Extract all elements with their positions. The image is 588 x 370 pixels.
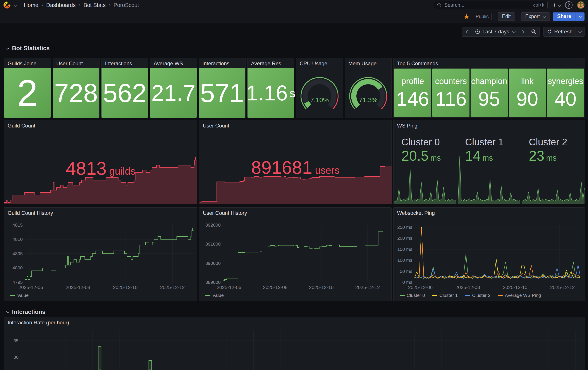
- stat-value-area: 728: [53, 68, 99, 118]
- panel-title[interactable]: Websocket Ping: [394, 208, 585, 219]
- zoom-out-button[interactable]: [528, 27, 539, 36]
- ws-ping-panel: WS Ping Cluster 0 20.5ms Cluster 1 14ms …: [393, 120, 585, 204]
- section-interactions[interactable]: Interactions: [7, 309, 45, 316]
- divider: [563, 2, 563, 8]
- dashboard-toolbar: ★ Public Edit Export Share: [0, 10, 588, 23]
- add-new-button[interactable]: +: [553, 1, 560, 9]
- y-axis-tick: 35: [8, 338, 19, 343]
- panel-title[interactable]: Guild Count: [4, 120, 197, 131]
- help-icon[interactable]: ?: [565, 1, 573, 9]
- breadcrumb-bot-stats[interactable]: Bot Stats: [84, 2, 106, 8]
- x-axis-tick: 2025-12-12: [155, 285, 190, 290]
- panel-title[interactable]: Interactions: [102, 58, 148, 69]
- export-button[interactable]: Export: [521, 12, 550, 21]
- section-collapse-chevron-icon: [6, 46, 10, 50]
- legend-swatch: [465, 295, 470, 296]
- clock-icon: [475, 29, 480, 34]
- search-icon: [437, 3, 442, 7]
- gauge-panel-cpu: CPU Usage 7.10%: [296, 58, 343, 118]
- interaction-rate-chart[interactable]: [21, 330, 582, 370]
- guild-count-panel: Guild Count 4813guilds: [4, 120, 197, 204]
- interaction-rate-panel: Interaction Rate (per hour) 35 30: [4, 317, 585, 370]
- x-axis-tick: 2025-12-08: [61, 285, 95, 290]
- search-input[interactable]: ctrl+k: [434, 1, 548, 9]
- panel-title[interactable]: Top 5 Commands: [394, 58, 585, 69]
- search-shortcut: ctrl+k: [533, 2, 544, 8]
- section-bot-statistics[interactable]: Bot Statistics: [7, 45, 50, 52]
- cluster-0-sparkline: [394, 153, 456, 204]
- favorite-star-icon[interactable]: ★: [463, 13, 470, 20]
- panel-title[interactable]: CPU Usage: [296, 58, 343, 69]
- y-axis-tick: 889000: [201, 280, 221, 285]
- stat-panel-guilds-joined: Guilds Joine... 2: [4, 58, 51, 118]
- refresh-interval-chevron[interactable]: [576, 27, 584, 36]
- user-count-panel: User Count 891681users: [199, 120, 392, 204]
- legend-item-value[interactable]: Value: [205, 293, 224, 298]
- panel-title[interactable]: User Count ...: [53, 58, 99, 69]
- legend-swatch: [432, 295, 437, 296]
- refresh-button[interactable]: Refresh: [544, 27, 576, 36]
- chart-legend: Value: [205, 293, 224, 298]
- command-stat-link: link90: [509, 69, 546, 117]
- panel-title[interactable]: Mem Usage: [345, 58, 391, 69]
- search-field[interactable]: [444, 2, 531, 8]
- time-back-button[interactable]: [462, 27, 472, 36]
- time-range-picker[interactable]: Last 7 days: [472, 27, 518, 36]
- x-axis-tick: 2025-12-10: [108, 285, 143, 290]
- panel-title[interactable]: Average Res...: [248, 58, 294, 69]
- share-button[interactable]: Share: [553, 12, 576, 21]
- legend-item-average-ws-ping[interactable]: Average WS Ping: [498, 293, 541, 298]
- panel-title[interactable]: Interaction Rate (per hour): [4, 317, 585, 328]
- divider: [494, 13, 495, 20]
- legend-item-cluster-2[interactable]: Cluster 2: [465, 293, 490, 298]
- breadcrumb-separator: ›: [78, 2, 81, 8]
- panel-title[interactable]: Interactions ...: [199, 58, 245, 69]
- org-switcher-chevron-icon[interactable]: [13, 3, 17, 7]
- panel-title[interactable]: Average WS...: [150, 58, 197, 69]
- avatar[interactable]: [577, 1, 585, 9]
- divider: [575, 2, 575, 8]
- panel-title[interactable]: Guild Count History: [4, 208, 197, 219]
- legend-swatch: [205, 295, 210, 296]
- y-axis-tick: 50 ms: [396, 269, 412, 274]
- guild-history-chart[interactable]: [25, 225, 194, 282]
- y-axis-tick: 150 ms: [396, 247, 412, 252]
- stat-value-area: 21.7: [150, 68, 197, 118]
- chart-legend: Value: [10, 293, 29, 298]
- y-axis-tick: 4815: [6, 223, 23, 227]
- top-commands-panel: Top 5 Commands profile146 counters116 ch…: [393, 58, 585, 118]
- y-axis-tick: 4800: [6, 265, 23, 270]
- user-history-chart[interactable]: [223, 225, 388, 282]
- y-axis-tick: 30: [8, 355, 19, 359]
- panel-title[interactable]: Guilds Joine...: [4, 58, 51, 69]
- legend-item-cluster-0[interactable]: Cluster 0: [400, 293, 425, 298]
- zoom-out-icon: [531, 29, 536, 34]
- x-axis-tick: 2025-12-12: [545, 285, 580, 290]
- y-axis-tick: 100 ms: [396, 258, 412, 263]
- panel-title[interactable]: User Count History: [199, 208, 391, 219]
- panel-title[interactable]: WS Ping: [394, 120, 585, 131]
- legend-item-value[interactable]: Value: [10, 293, 29, 298]
- command-stat-synergies: synergies40: [547, 69, 584, 117]
- y-axis-tick: 250 ms: [396, 225, 412, 230]
- command-stat-counters: counters116: [432, 69, 470, 117]
- legend-swatch: [10, 295, 15, 296]
- x-axis-tick: 2025-12-08: [258, 285, 293, 290]
- legend-item-cluster-1[interactable]: Cluster 1: [432, 293, 458, 298]
- websocket-ping-panel: Websocket Ping 250 ms 200 ms 150 ms 100 …: [393, 207, 585, 301]
- edit-button[interactable]: Edit: [498, 12, 515, 21]
- breadcrumb-home[interactable]: Home: [24, 2, 38, 8]
- stat-value-area: 571: [199, 68, 245, 118]
- share-dropdown-chevron-icon[interactable]: [576, 12, 585, 21]
- websocket-ping-chart[interactable]: [414, 225, 580, 282]
- svg-text:7.10%: 7.10%: [310, 96, 329, 104]
- time-forward-button[interactable]: [518, 27, 528, 36]
- x-axis-tick: 2025-12-10: [498, 285, 533, 290]
- stat-panel-interactions: Interactions 562: [101, 58, 148, 118]
- breadcrumb-dashboards[interactable]: Dashboards: [46, 2, 76, 8]
- x-axis-tick: 2025-12-06: [403, 285, 438, 290]
- grafana-logo[interactable]: [3, 1, 10, 9]
- y-axis-tick: 4805: [6, 251, 23, 256]
- panel-title[interactable]: User Count: [199, 120, 391, 131]
- chart-legend: Cluster 0 Cluster 1 Cluster 2 Average WS…: [400, 293, 541, 298]
